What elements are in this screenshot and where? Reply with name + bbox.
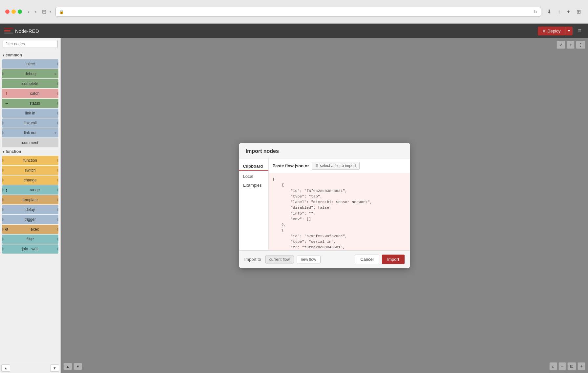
sidebar: ▾ common inject debug ≡ complete — [0, 38, 61, 373]
toolbar-left: Node-RED — [4, 28, 39, 34]
node-delay[interactable]: delay — [2, 205, 58, 214]
category-label-common: common — [6, 53, 22, 57]
node-port-trigger-right — [57, 218, 58, 221]
share-icon[interactable]: ↑ — [556, 8, 562, 16]
sidebar-bottom: ▲ ▼ — [0, 363, 60, 373]
node-port-inject-right — [57, 62, 58, 66]
tab-clipboard[interactable]: Clipboard — [239, 161, 268, 171]
node-port-filter-right — [57, 238, 58, 241]
node-label-switch: switch — [2, 168, 58, 173]
tab-local[interactable]: Local — [239, 172, 268, 181]
close-button[interactable] — [5, 10, 10, 14]
lock-icon: 🔒 — [59, 10, 64, 14]
node-port-function-right — [57, 159, 58, 162]
node-join[interactable]: join - wait — [2, 244, 58, 254]
node-function[interactable]: function — [2, 156, 58, 165]
node-label-range: range — [11, 188, 58, 192]
maximize-button[interactable] — [18, 10, 22, 14]
node-link-out[interactable]: link out ≡ — [2, 128, 58, 137]
node-label-trigger: trigger — [2, 217, 58, 222]
node-label-catch: catch — [11, 91, 58, 96]
app-container: Node-RED ⊠ Deploy ▾ ≡ ▾ — [0, 24, 588, 373]
cancel-button[interactable]: Cancel — [355, 255, 379, 264]
forward-button[interactable]: › — [33, 8, 38, 16]
node-port-delay-right — [57, 208, 58, 211]
node-label-complete: complete — [2, 81, 58, 86]
node-status[interactable]: ~ status — [2, 99, 58, 108]
node-label-template: template — [2, 197, 58, 202]
node-port-change-right — [57, 178, 58, 182]
tabs-button[interactable]: ⊟ — [40, 7, 48, 16]
node-label-link-call: link call — [2, 121, 58, 125]
minimize-button[interactable] — [11, 10, 16, 14]
node-label-delay: delay — [2, 207, 58, 212]
node-port-switch-right — [57, 169, 58, 172]
node-label-change: change — [2, 178, 58, 182]
canvas-area[interactable]: ⤢ + ⋮ ▲ ▼ ⌕ − ⊡ + — [61, 38, 588, 373]
grid-icon[interactable]: ⊞ — [575, 7, 583, 16]
add-tab-icon[interactable]: + — [565, 8, 572, 16]
node-inject[interactable]: inject — [2, 59, 58, 69]
select-file-button[interactable]: ⬆ select a file to import — [312, 162, 360, 170]
node-complete[interactable]: complete — [2, 79, 58, 88]
paste-label: Paste flow json or — [273, 163, 309, 168]
dialog-body: Clipboard Local Examples Paste flow json… — [239, 158, 410, 250]
json-textarea[interactable] — [269, 173, 410, 250]
import-to-label: Import to — [244, 257, 261, 262]
node-label-link-in: link in — [2, 111, 58, 115]
dialog-header: Import nodes — [239, 143, 410, 158]
deploy-button[interactable]: ⊠ Deploy — [538, 27, 565, 35]
node-template[interactable]: template — [2, 195, 58, 204]
browser-chrome: ‹ › ⊟ ▾ 🔒 ↻ ⬇ ↑ + ⊞ — [0, 0, 588, 24]
node-port-link-call-right — [57, 121, 58, 125]
address-bar[interactable]: 🔒 ↻ — [55, 7, 541, 17]
logo-icon — [4, 28, 13, 34]
node-label-function: function — [2, 158, 58, 163]
upload-icon: ⬆ — [315, 163, 319, 168]
sidebar-arrow-up[interactable]: ▲ — [1, 364, 10, 372]
main-area: ▾ common inject debug ≡ complete — [0, 38, 588, 373]
dialog-footer: Import to current flow new flow Cancel I… — [239, 250, 410, 268]
category-label-function: function — [6, 149, 21, 154]
node-port-complete-right — [57, 82, 58, 85]
category-function[interactable]: ▾ function — [0, 148, 60, 155]
node-filter[interactable]: filter — [2, 235, 58, 244]
reload-icon[interactable]: ↻ — [534, 9, 537, 14]
node-port-status-right — [57, 102, 58, 105]
current-flow-button[interactable]: current flow — [265, 256, 294, 263]
deploy-group: ⊠ Deploy ▾ — [538, 27, 573, 35]
node-debug[interactable]: debug ≡ — [2, 69, 58, 78]
nodered-logo: Node-RED — [4, 28, 39, 34]
node-exec[interactable]: ⚙ exec — [2, 225, 58, 234]
import-dialog: Import nodes Clipboard Local Examples — [239, 143, 410, 268]
traffic-lights — [5, 10, 22, 14]
search-input[interactable] — [3, 40, 58, 48]
dialog-actions: Cancel Import — [355, 255, 404, 264]
node-port-template-right — [57, 198, 58, 201]
category-common[interactable]: ▾ common — [0, 52, 60, 59]
node-comment[interactable]: comment — [2, 138, 58, 147]
node-link-in[interactable]: link in — [2, 109, 58, 118]
deploy-dropdown-button[interactable]: ▾ — [565, 27, 573, 35]
browser-controls: ‹ › ⊟ ▾ — [26, 7, 52, 16]
node-trigger[interactable]: trigger — [2, 215, 58, 224]
node-change[interactable]: change — [2, 176, 58, 185]
back-button[interactable]: ‹ — [26, 8, 32, 16]
download-icon[interactable]: ⬇ — [545, 7, 553, 16]
tab-examples[interactable]: Examples — [239, 181, 268, 190]
app-title: Node-RED — [15, 28, 39, 34]
node-port-exec-right — [57, 228, 58, 231]
node-port-catch-right — [57, 92, 58, 95]
node-switch[interactable]: switch — [2, 166, 58, 175]
menu-button[interactable]: ≡ — [575, 26, 584, 36]
import-button[interactable]: Import — [382, 255, 405, 264]
node-range[interactable]: ↕ range — [2, 185, 58, 195]
node-link-call[interactable]: link call — [2, 118, 58, 128]
node-port-link-in-right — [57, 112, 58, 115]
new-flow-button[interactable]: new flow — [297, 256, 321, 263]
sidebar-arrow-down[interactable]: ▼ — [50, 364, 59, 372]
node-catch[interactable]: ! catch — [2, 89, 58, 98]
toolbar-right: ⊠ Deploy ▾ ≡ — [538, 26, 584, 36]
nodes-list: ▾ common inject debug ≡ complete — [0, 50, 60, 363]
node-label-status: status — [11, 101, 58, 106]
